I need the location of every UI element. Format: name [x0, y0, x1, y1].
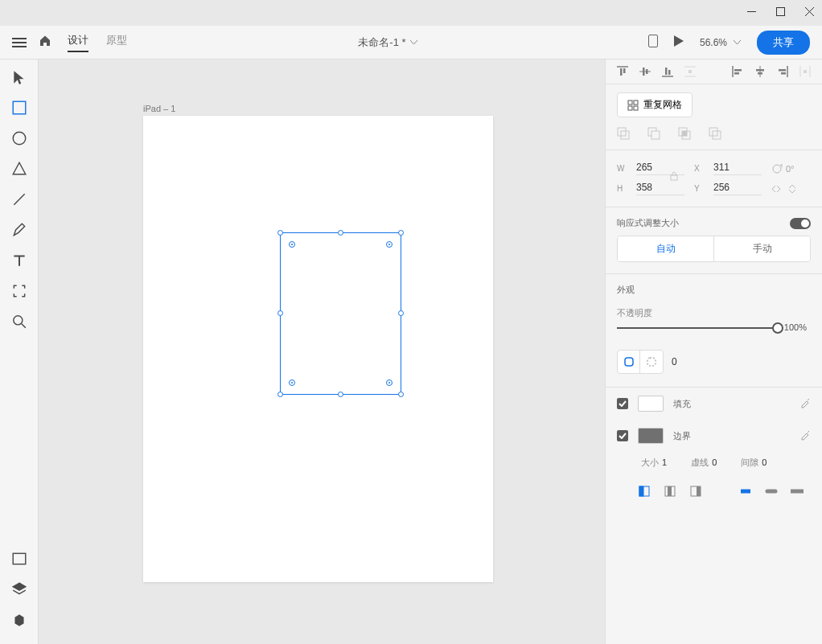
- rectangle-tool[interactable]: [11, 100, 27, 116]
- canvas[interactable]: iPad – 1: [39, 59, 605, 644]
- intersect-icon[interactable]: [678, 127, 691, 140]
- assets-panel-icon[interactable]: [11, 551, 27, 567]
- resize-handle[interactable]: [398, 392, 404, 397]
- selected-rectangle[interactable]: [280, 232, 401, 395]
- ellipse-tool[interactable]: [11, 130, 27, 146]
- corner-radius-handle[interactable]: [289, 379, 295, 386]
- distribute-h-icon[interactable]: [799, 66, 811, 77]
- cap-butt-icon[interactable]: [739, 485, 754, 499]
- svg-rect-36: [634, 100, 638, 105]
- resize-handle[interactable]: [398, 230, 404, 236]
- stroke-dash[interactable]: 虚线0: [691, 457, 717, 469]
- svg-rect-18: [665, 68, 668, 75]
- corner-radius-handle[interactable]: [386, 379, 393, 386]
- align-left-icon[interactable]: [732, 66, 743, 77]
- align-bottom-icon[interactable]: [662, 66, 673, 77]
- svg-rect-46: [709, 128, 717, 136]
- x-input[interactable]: 311: [713, 162, 762, 175]
- svg-rect-47: [713, 131, 721, 139]
- select-tool[interactable]: [11, 69, 27, 85]
- artboard-ipad-1[interactable]: [143, 116, 493, 582]
- opacity-slider[interactable]: 100%: [617, 327, 779, 329]
- distribute-v-icon[interactable]: [684, 66, 696, 77]
- eyedropper-icon[interactable]: [799, 429, 811, 442]
- tool-toolbar: [0, 59, 39, 644]
- svg-line-7: [14, 194, 24, 204]
- flip-controls[interactable]: [771, 184, 804, 194]
- cap-round-icon[interactable]: [765, 485, 779, 499]
- cap-square-icon[interactable]: [791, 485, 805, 499]
- subtract-icon[interactable]: [647, 127, 660, 140]
- flip-v-icon: [787, 184, 797, 194]
- home-icon[interactable]: [39, 35, 51, 50]
- menu-icon[interactable]: [12, 35, 27, 50]
- border-label: 边界: [673, 430, 691, 442]
- union-icon[interactable]: [617, 127, 630, 140]
- resize-handle[interactable]: [338, 392, 343, 397]
- play-icon[interactable]: [674, 35, 684, 49]
- align-top-icon[interactable]: [617, 66, 628, 77]
- text-tool[interactable]: [11, 252, 27, 269]
- tab-design[interactable]: 设计: [68, 33, 88, 52]
- svg-rect-30: [779, 69, 786, 72]
- svg-rect-10: [13, 553, 26, 564]
- maximize-icon[interactable]: [776, 7, 785, 18]
- y-input[interactable]: 256: [713, 182, 762, 195]
- svg-rect-49: [671, 175, 677, 180]
- tab-prototype[interactable]: 原型: [106, 33, 127, 52]
- resize-handle[interactable]: [277, 392, 283, 397]
- layers-panel-icon[interactable]: [11, 581, 27, 597]
- device-preview-icon[interactable]: [648, 35, 658, 50]
- document-title[interactable]: 未命名-1 *: [127, 35, 648, 50]
- plugins-panel-icon[interactable]: [11, 612, 27, 628]
- svg-rect-38: [634, 106, 638, 110]
- border-checkbox[interactable]: [617, 430, 628, 441]
- eyedropper-icon[interactable]: [799, 397, 811, 410]
- fill-checkbox[interactable]: [617, 398, 628, 409]
- zoom-control[interactable]: 56.6%: [700, 37, 741, 48]
- stroke-center-icon[interactable]: [664, 485, 678, 499]
- stroke-gap[interactable]: 间隙0: [741, 457, 767, 469]
- responsive-toggle[interactable]: [790, 218, 811, 229]
- height-input[interactable]: 358: [636, 182, 684, 195]
- svg-rect-27: [756, 69, 764, 72]
- close-icon[interactable]: [805, 7, 814, 18]
- corner-radius-handle[interactable]: [386, 241, 393, 248]
- svg-rect-1: [777, 8, 785, 16]
- manual-option[interactable]: 手动: [714, 236, 810, 261]
- exclude-icon[interactable]: [709, 127, 721, 140]
- lock-icon[interactable]: [670, 171, 678, 183]
- align-right-icon[interactable]: [777, 66, 788, 77]
- width-label: W: [617, 164, 627, 173]
- corner-radius-handle[interactable]: [289, 241, 295, 248]
- stroke-inner-icon[interactable]: [638, 485, 652, 499]
- line-tool[interactable]: [11, 191, 27, 207]
- border-swatch[interactable]: [638, 428, 664, 444]
- stroke-outer-icon[interactable]: [689, 485, 704, 499]
- artboard-tool[interactable]: [11, 283, 27, 299]
- svg-rect-57: [697, 486, 701, 496]
- minimize-icon[interactable]: [747, 7, 756, 18]
- corner-radius-input[interactable]: 0: [672, 356, 677, 367]
- corner-independent-icon[interactable]: [640, 351, 663, 373]
- share-button[interactable]: 共享: [757, 31, 810, 55]
- artboard-label[interactable]: iPad – 1: [143, 104, 175, 113]
- align-hcenter-icon[interactable]: [754, 66, 766, 77]
- height-label: H: [617, 184, 627, 193]
- resize-handle[interactable]: [277, 230, 283, 236]
- resize-handle[interactable]: [398, 310, 404, 316]
- zoom-tool[interactable]: [11, 314, 27, 330]
- stroke-size[interactable]: 大小1: [641, 457, 667, 469]
- polygon-tool[interactable]: [11, 161, 27, 177]
- pen-tool[interactable]: [11, 222, 27, 238]
- fill-swatch[interactable]: [638, 396, 664, 412]
- repeat-grid-button[interactable]: 重复网格: [617, 92, 693, 117]
- rotation-control[interactable]: 0°: [771, 163, 804, 174]
- auto-option[interactable]: 自动: [618, 236, 714, 261]
- align-vcenter-icon[interactable]: [639, 66, 651, 77]
- svg-rect-37: [628, 106, 632, 110]
- svg-rect-16: [646, 69, 648, 74]
- corner-same-icon[interactable]: [618, 351, 640, 373]
- resize-handle[interactable]: [277, 310, 283, 316]
- resize-handle[interactable]: [338, 230, 343, 236]
